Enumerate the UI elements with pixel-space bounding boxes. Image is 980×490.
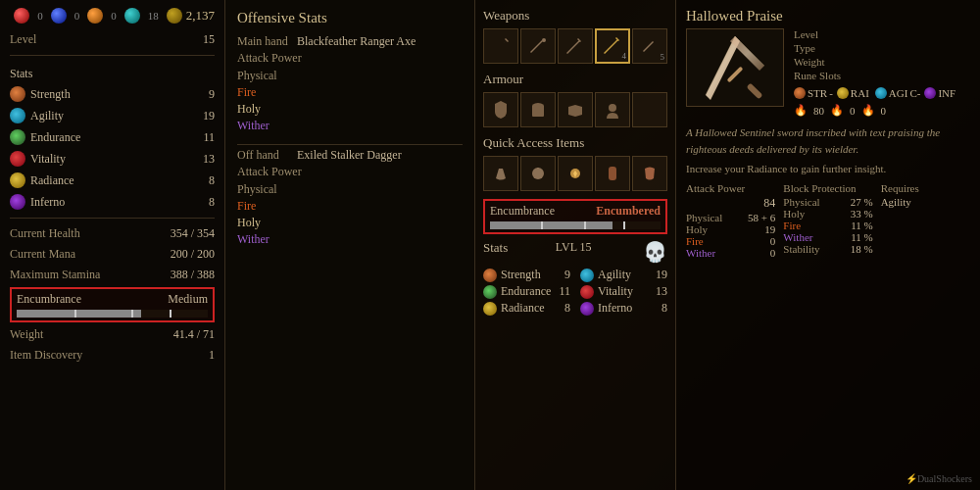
vitality-icon	[10, 151, 25, 167]
main-holy-row: Holy	[237, 101, 463, 118]
vitality-row: Vitality 13	[10, 150, 215, 168]
gem-red-icon	[14, 8, 29, 24]
req-inf: INF	[924, 87, 957, 99]
weapon-slot-3[interactable]	[558, 28, 593, 64]
enc-label: Encumbrance	[17, 292, 81, 307]
mana-label: Current Mana	[10, 247, 75, 262]
stamina-label: Maximum Stamina	[10, 268, 100, 282]
inv-vit-icon	[580, 285, 594, 299]
enc-tick-r3	[623, 221, 625, 229]
item-insight: Increase your Radiance to gain further i…	[686, 163, 970, 174]
block-phys-val: 27 %	[851, 196, 873, 208]
block-phys-row: Physical 27 %	[783, 196, 872, 208]
armour-grid	[483, 92, 667, 127]
block-phys-label: Physical	[783, 196, 819, 208]
mid-panel: Offensive Stats Main hand Blackfeather R…	[225, 0, 475, 490]
divider-1	[10, 55, 215, 56]
main-wither-label: Wither	[237, 119, 270, 133]
wither-label: Wither	[686, 247, 715, 259]
attack-col-title: Attack Power	[686, 182, 775, 194]
health-label: Current Health	[10, 226, 80, 241]
wither-val: 0	[770, 247, 776, 259]
inv-stats-grid: Strength 9 Agility 19 Endurance 11	[483, 268, 667, 316]
inv-rad-label: Radiance	[501, 301, 545, 316]
inv-agi-icon	[580, 269, 594, 282]
off-hand-section: Off hand Exiled Stalker Dagger Attack Po…	[237, 148, 463, 248]
quick-slot-2[interactable]	[520, 156, 556, 191]
item-description: A Hallowed Sentinel sword inscribed with…	[686, 124, 970, 157]
weight-row: Weight 41.4 / 71	[10, 326, 215, 343]
agility-label-icon: Agility	[10, 108, 64, 123]
req-rai: RAI	[837, 87, 871, 99]
inv-end-row: Endurance 11	[483, 284, 570, 299]
attack-col: Attack Power 84 Physical 58 + 6 Holy 19	[686, 182, 775, 259]
block-holy-val: 33 %	[851, 208, 873, 220]
weight-label: Weight	[10, 327, 43, 342]
quick-slot-3[interactable]	[558, 156, 593, 191]
req-str: STR -	[794, 87, 833, 99]
icon-value-row: 🔥 80 🔥 0 🔥 0	[794, 104, 957, 117]
weapon-slot-5[interactable]: 5	[632, 28, 667, 64]
quick-slot-1[interactable]	[483, 156, 518, 191]
off-physical-row: Physical	[237, 181, 463, 198]
svg-rect-4	[537, 168, 539, 171]
inv-stats-section: Stats LVL 15 💀 Strength 9 Agility 19	[483, 240, 667, 316]
main-hand-section: Main hand Blackfeather Ranger Axe Attack…	[237, 34, 463, 134]
enc-right-label-row: Encumbrance Encumbered	[490, 204, 661, 219]
armour-slot-1[interactable]	[483, 92, 518, 127]
radiance-icon	[10, 172, 25, 188]
inv-stats-title: Stats	[483, 240, 508, 264]
weapon-slot-4-active[interactable]: 4	[595, 28, 630, 64]
req-str-label: STR	[808, 87, 827, 99]
vitality-value: 13	[203, 152, 215, 167]
armour-slot-5-empty[interactable]	[632, 92, 667, 127]
agility-label: Agility	[30, 109, 64, 123]
off-physical-label: Physical	[237, 182, 277, 197]
weapon-slot-2[interactable]	[520, 28, 556, 64]
agility-value: 19	[203, 109, 215, 123]
item-title: Hallowed Praise	[686, 8, 970, 24]
off-wither-row: Wither	[237, 231, 463, 248]
quick-slot-5[interactable]	[632, 156, 667, 191]
encumbrance-box: Encumbrance Medium	[10, 287, 215, 322]
inv-inf-row: Inferno 8	[580, 301, 667, 316]
radiance-label: Radiance	[30, 173, 74, 188]
inv-agi-val: 19	[656, 268, 667, 282]
svg-rect-1	[532, 105, 544, 117]
mid-divider	[237, 144, 463, 145]
armour-slot-2[interactable]	[520, 92, 556, 127]
strength-label: Strength	[30, 87, 71, 102]
item-weight-label: Weight	[794, 56, 825, 68]
offensive-stats-title: Offensive Stats	[237, 10, 463, 26]
strength-label-icon: Strength	[10, 86, 71, 102]
strength-value: 9	[209, 87, 215, 102]
icon-val-1: 80	[813, 105, 824, 117]
off-hand-weapon: Exiled Stalker Dagger	[297, 148, 402, 163]
inv-vit-row: Vitality 13	[580, 284, 667, 299]
main-hand-weapon: Blackfeather Ranger Axe	[297, 34, 416, 49]
watermark: ⚡DualShockers	[906, 473, 972, 484]
radiance-value: 8	[209, 173, 215, 188]
gem-blue-icon	[51, 8, 67, 24]
strength-row: Strength 9	[10, 85, 215, 103]
enc-fill-right	[490, 221, 612, 229]
armour-title: Armour	[483, 72, 667, 87]
armour-slot-4[interactable]	[595, 92, 630, 127]
icon-val-2: 0	[850, 105, 856, 117]
req-agi-icon	[875, 87, 887, 99]
inv-str-val: 9	[564, 268, 570, 282]
weapon-slot-1[interactable]	[483, 28, 518, 64]
main-hand-row: Main hand Blackfeather Ranger Axe	[237, 34, 463, 49]
block-col: Block Protection Physical 27 % Holy 33 %…	[783, 182, 872, 259]
off-fire-row: Fire	[237, 198, 463, 215]
level-value: 15	[203, 32, 215, 47]
main-fire-row: Fire	[237, 84, 463, 101]
currency-value: 2,137	[186, 8, 215, 24]
stability-label: Stability	[783, 243, 819, 255]
item-type-row: Type	[794, 42, 957, 54]
armour-slot-3[interactable]	[558, 92, 593, 127]
inv-inf-icon	[580, 302, 594, 316]
quick-slot-4[interactable]	[595, 156, 630, 191]
gem-orange-icon	[87, 8, 103, 24]
radiance-row: Radiance 8	[10, 172, 215, 189]
